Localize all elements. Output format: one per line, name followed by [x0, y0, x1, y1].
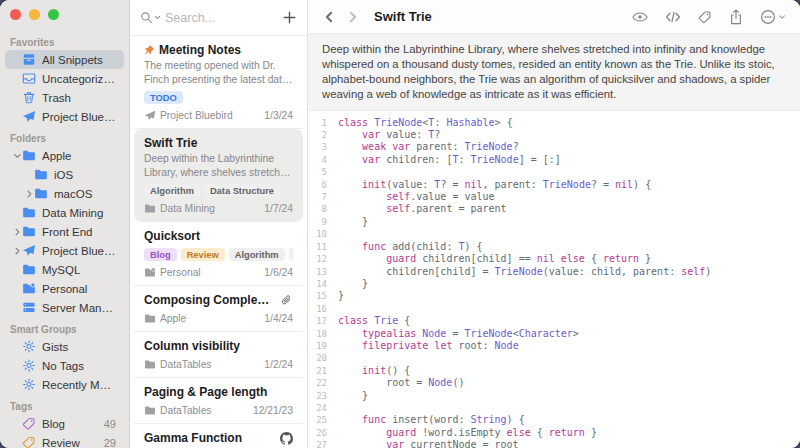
sidebar-item-data-mining[interactable]: Data Mining [5, 203, 124, 222]
preview-eye-icon[interactable] [632, 9, 648, 25]
folder-icon [22, 206, 36, 219]
code-text: class Trie { [338, 315, 410, 327]
more-actions-button[interactable] [760, 9, 786, 25]
snippet-head: Swift Trie [144, 136, 293, 150]
list-item-composing-complex-interfaces[interactable]: Composing Complex InterfacesApple1/4/24 [134, 286, 303, 332]
code-line: 24 [308, 402, 800, 414]
line-number: 17 [308, 315, 338, 327]
snippet-footer: Apple1/4/24 [144, 313, 293, 324]
search-scope-button[interactable] [140, 11, 161, 24]
sidebar-item-project-bluebird[interactable]: Project Bluebird [5, 241, 124, 260]
tag-icon [22, 436, 36, 448]
code-text [338, 402, 344, 414]
line-number: 2 [308, 129, 338, 141]
server-icon [22, 301, 36, 314]
folder-badge-icon [144, 267, 156, 278]
line-number: 18 [308, 328, 338, 340]
sidebar-item-label: Trash [42, 92, 116, 104]
sidebar-item-label: Gists [42, 341, 116, 353]
back-button[interactable] [322, 10, 336, 24]
gear-icon [22, 378, 36, 391]
snippet-title: Swift Trie [144, 136, 293, 150]
sidebar-item-trash[interactable]: Trash [5, 88, 124, 107]
code-text: self.value = value [338, 191, 495, 203]
snippet-date: 12/21/23 [253, 405, 293, 416]
sidebar-item-recently-modified[interactable]: Recently Modified [5, 375, 124, 394]
sidebar-item-blog[interactable]: Blog49 [5, 414, 124, 433]
sidebar-item-label: Front End [42, 226, 116, 238]
list-item-quicksort[interactable]: QuicksortBlogReviewAlgorithmSorting+2Per… [134, 222, 303, 286]
code-text: } [338, 390, 368, 402]
code-text: class TrieNode<T: Hashable> { [338, 117, 513, 129]
sidebar-item-mysql[interactable]: MySQL [5, 260, 124, 279]
minimize-button[interactable] [29, 9, 40, 20]
snippet-head: Paging & Page length [144, 385, 293, 399]
sidebar-item-review[interactable]: Review29 [5, 433, 124, 448]
folder-icon [22, 263, 36, 276]
code-brackets-icon[interactable] [665, 9, 681, 25]
zoom-button[interactable] [48, 9, 59, 20]
snippet-title: Gamma Function [144, 431, 276, 445]
code-text: var value: T? [338, 129, 440, 141]
sidebar-item-apple[interactable]: Apple [5, 146, 124, 165]
sidebar-item-uncategorized[interactable]: Uncategorized [5, 69, 124, 88]
sidebar-item-macos[interactable]: macOS [17, 184, 124, 203]
list-item-swift-trie[interactable]: Swift TrieDeep within the Labyrinthine L… [134, 129, 303, 222]
line-number: 10 [308, 228, 338, 240]
list-item-column-visibility[interactable]: Column visibilityDataTables1/2/24 [134, 332, 303, 378]
detail-header: Swift Trie [308, 0, 800, 34]
sidebar-item-label: iOS [54, 169, 116, 181]
sidebar-item-label: Personal [42, 283, 116, 295]
chevron-down-icon [778, 13, 786, 21]
tag-badge-sorting: Sorting [289, 248, 293, 261]
snippet-list: Meeting NotesThe meeting opened with Dr.… [130, 36, 307, 448]
snippet-head: Composing Complex Interfaces [144, 293, 293, 307]
code-line: 27 var currentNode = root [308, 439, 800, 448]
tag-badge-review: Review [181, 248, 225, 261]
tags-icon[interactable] [698, 9, 712, 25]
search-input[interactable] [165, 11, 278, 25]
snippet-source: Project Bluebird [160, 110, 233, 121]
sidebar-item-no-tags[interactable]: No Tags [5, 356, 124, 375]
tag-badge-todo: TODO [144, 91, 183, 104]
line-number: 3 [308, 141, 338, 153]
sidebar-item-label: Server Management [42, 302, 116, 314]
chevron-right-icon [13, 176, 22, 326]
line-number: 25 [308, 414, 338, 426]
add-snippet-button[interactable] [282, 10, 297, 25]
list-item-meeting-notes[interactable]: Meeting NotesThe meeting opened with Dr.… [134, 36, 303, 129]
code-editor[interactable]: 1class TrieNode<T: Hashable> {2 var valu… [308, 111, 800, 448]
snippet-preview: The meeting opened with Dr. Finch presen… [144, 59, 293, 86]
code-line: 19 fileprivate let root: Node [308, 340, 800, 352]
code-text: weak var parent: TrieNode? [338, 141, 519, 153]
list-item-paging-page-length[interactable]: Paging & Page lengthDataTables12/21/23 [134, 378, 303, 424]
folder-icon [34, 168, 48, 181]
tag-count: 49 [100, 418, 116, 430]
share-icon[interactable] [729, 9, 743, 25]
snippet-tags: TODO [144, 91, 293, 104]
snippet-date: 1/3/24 [264, 110, 293, 121]
close-button[interactable] [10, 9, 21, 20]
list-item-gamma-function[interactable]: Gamma FunctionBlogMathWIPPersonal12/18/2… [134, 424, 303, 448]
folder-icon [144, 405, 156, 416]
line-number: 4 [308, 154, 338, 166]
sidebar-item-personal[interactable]: Personal [5, 279, 124, 298]
sidebar-item-gists[interactable]: Gists [5, 337, 124, 356]
snippet-head: Gamma Function [144, 431, 293, 445]
code-line: 8 self.parent = parent [308, 203, 800, 215]
folder-badge-icon [22, 282, 36, 295]
snippet-tags: BlogReviewAlgorithmSorting+2 [144, 248, 293, 261]
snippet-head: Meeting Notes [144, 43, 293, 57]
line-number: 19 [308, 340, 338, 352]
sidebar-item-project-bluebird[interactable]: Project Bluebird [5, 107, 124, 126]
sidebar-item-all-snippets[interactable]: All Snippets [5, 50, 124, 69]
code-line: 14 } [308, 278, 800, 290]
paper-plane-icon [144, 110, 156, 121]
sidebar-item-server-management[interactable]: Server Management [5, 298, 124, 317]
code-line: 11 func add(child: T) { [308, 241, 800, 253]
sidebar-item-label: No Tags [42, 360, 116, 372]
sidebar-item-front-end[interactable]: Front End [5, 222, 124, 241]
line-number: 1 [308, 117, 338, 129]
line-number: 11 [308, 241, 338, 253]
forward-button[interactable] [346, 10, 360, 24]
